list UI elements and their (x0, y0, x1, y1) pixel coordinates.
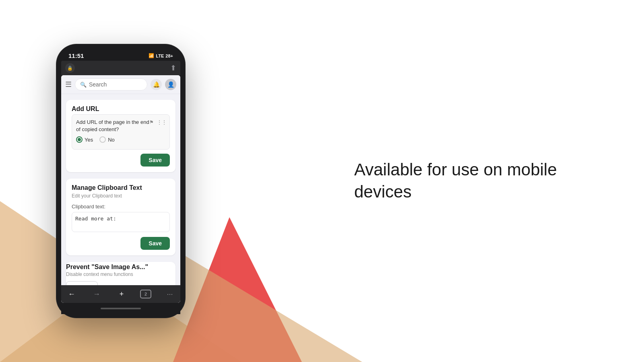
add-url-save-button[interactable]: Save (140, 154, 170, 167)
status-time: 11:51 (68, 52, 84, 59)
hamburger-menu[interactable]: ☰ (65, 80, 72, 89)
more-options-button[interactable]: ··· (163, 288, 176, 300)
scroll-content: Add URL Add URL of the page in the end o… (61, 94, 180, 285)
actions-row: Actions ▾ (66, 281, 175, 285)
add-url-title: Add URL (72, 105, 170, 113)
signal-icon: 📶 (149, 53, 154, 58)
bell-icon[interactable]: 🔔 (151, 79, 162, 90)
status-icons: 📶 LTE 28+ (149, 53, 173, 58)
add-tab-button[interactable]: + (115, 288, 128, 300)
add-url-section: Add URL Add URL of the page in the end o… (66, 100, 175, 172)
clipboard-save-button[interactable]: Save (140, 237, 170, 250)
search-icon: 🔍 (80, 82, 87, 88)
phone-screen: ☰ 🔍 Search 🔔 👤 Add URL Add URL of the pa… (61, 75, 180, 303)
avatar-icon[interactable]: 👤 (165, 79, 176, 90)
phone-notch (99, 49, 143, 60)
clipboard-label: Clipboard text: (72, 204, 170, 210)
browser-chrome: 🔒 ⬆ (61, 61, 180, 75)
radio-no[interactable]: No (99, 136, 115, 143)
back-button[interactable]: ← (65, 288, 78, 300)
radio-yes-dot (76, 136, 83, 143)
svg-marker-1 (173, 217, 302, 362)
battery-icon: 28+ (165, 53, 173, 58)
radio-yes-label: Yes (85, 137, 93, 143)
nav-bar: ☰ 🔍 Search 🔔 👤 (61, 75, 180, 94)
clipboard-section: Manage Clipboard Text Edit your Clipboar… (66, 179, 175, 255)
home-bar (61, 303, 180, 314)
radio-no-dot (99, 136, 106, 143)
actions-button[interactable]: Actions ▾ (66, 281, 98, 285)
prevent-subtitle: Disable context menu functions (66, 272, 175, 277)
prevent-title: Prevent "Save Image As..." (66, 263, 175, 271)
prevent-section: Prevent "Save Image As..." Disable conte… (66, 262, 175, 285)
clipboard-textarea[interactable] (72, 212, 170, 232)
url-action-icons: ⚑ ⋮⋮ (147, 118, 166, 127)
lte-label: LTE (156, 53, 164, 58)
grid-icon[interactable]: ⋮⋮ (157, 118, 166, 127)
clipboard-title: Manage Clipboard Text (72, 184, 170, 191)
tabs-counter[interactable]: 2 (140, 290, 151, 298)
phone-mockup: 11:51 📶 LTE 28+ 🔒 ⬆ ☰ 🔍 Search 🔔 👤 (56, 44, 185, 318)
tagline-text: Available for use on mobile devices (354, 159, 596, 203)
forward-button[interactable]: → (90, 288, 103, 300)
clipboard-subtitle: Edit your Clipboard text (72, 193, 170, 199)
flag-icon[interactable]: ⚑ (147, 118, 156, 127)
radio-no-label: No (108, 137, 115, 143)
bottom-nav: ← → + 2 ··· (61, 285, 180, 303)
phone-body: 11:51 📶 LTE 28+ 🔒 ⬆ ☰ 🔍 Search 🔔 👤 (56, 44, 185, 318)
radio-group: Yes No (76, 136, 165, 143)
browser-security-icon: 🔒 (65, 63, 75, 73)
search-box[interactable]: 🔍 Search (75, 78, 147, 90)
search-input-placeholder: Search (89, 81, 107, 88)
home-indicator (101, 308, 141, 309)
browser-share-icon[interactable]: ⬆ (170, 64, 176, 72)
radio-yes[interactable]: Yes (76, 136, 93, 143)
url-question-box: Add URL of the page in the end of copied… (72, 114, 170, 150)
